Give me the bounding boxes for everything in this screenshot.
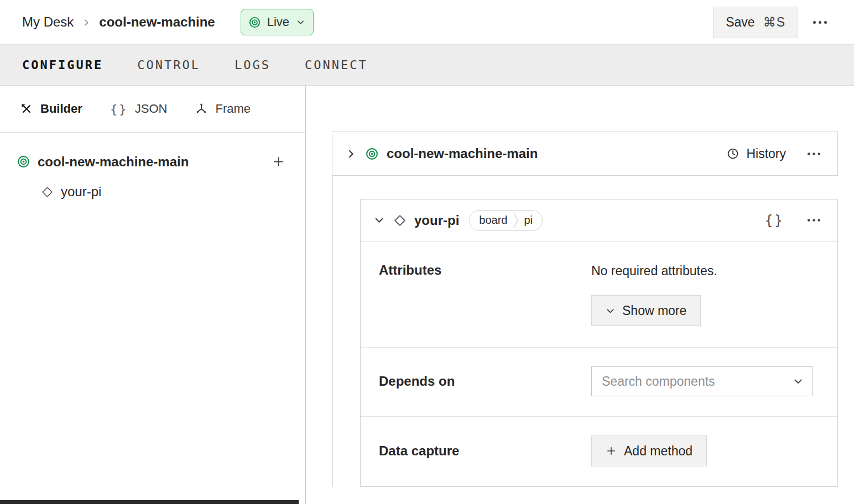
live-badge-label: Live [267,15,289,29]
component-diamond-icon [41,186,54,198]
builder-tools-icon [20,102,33,116]
badge-type-label: board [470,214,513,227]
collapse-component-button[interactable] [372,213,387,228]
badge-divider-icon [513,210,519,231]
breadcrumb: My Desk cool-new-machine [22,14,215,30]
ellipsis-icon [807,218,821,222]
tree-item-machine-part[interactable]: cool-new-machine-main [0,151,305,172]
history-label: History [746,146,786,161]
component-card-actions: {} [761,212,823,229]
plus-icon [272,155,285,169]
horizontal-scrollbar[interactable] [0,500,299,504]
chevron-down-icon [606,306,615,316]
component-menu-button[interactable] [805,216,823,224]
tab-bar: CONFIGURE CONTROL LOGS CONNECT [0,44,854,86]
machine-card-actions: History [723,146,823,162]
component-card-header: your-pi board pi {} [361,200,837,242]
ellipsis-icon [813,20,827,24]
depends-on-content [591,366,823,396]
tree-connector: your-pi board pi {} [332,176,838,487]
plus-icon [606,445,617,456]
machine-part-card: cool-new-machine-main History [332,132,838,176]
breadcrumb-separator-icon [82,18,91,27]
chevron-down-icon [374,215,384,225]
depends-on-label: Depends on [379,374,591,389]
frame-axes-icon [195,102,208,116]
section-data-capture: Data capture Add method [361,417,837,486]
mode-builder-label: Builder [40,102,82,116]
depends-on-select[interactable] [591,366,813,396]
mode-frame[interactable]: Frame [195,102,251,116]
live-broadcast-icon [248,16,261,29]
data-capture-label: Data capture [379,443,591,459]
attributes-label: Attributes [379,262,591,278]
component-card-title: your-pi [414,213,459,228]
breadcrumb-machine-name: cool-new-machine [99,14,215,30]
machine-card-menu-button[interactable] [805,150,823,158]
machine-part-icon [365,147,379,161]
tab-logs[interactable]: LOGS [235,58,270,72]
mode-builder[interactable]: Builder [20,102,82,116]
save-button-label: Save [726,15,754,30]
tree-your-pi-label: your-pi [61,184,101,200]
live-status-badge[interactable]: Live [241,9,314,35]
config-canvas: cool-new-machine-main History [306,86,854,487]
app-window: My Desk cool-new-machine Live [0,0,854,86]
json-braces-icon: {} [110,102,128,116]
add-method-label: Add method [624,444,692,459]
tab-control[interactable]: CONTROL [137,58,200,72]
add-method-button[interactable]: Add method [591,435,707,466]
component-json-button[interactable]: {} [761,212,787,229]
add-component-button[interactable] [270,154,287,170]
sidebar-mode-bar: Builder {} JSON Frame [0,86,305,133]
data-capture-content: Add method [591,435,823,466]
history-clock-icon [726,147,740,160]
machine-part-icon [17,155,30,169]
component-card-your-pi: your-pi board pi {} [360,199,838,487]
machine-card-title: cool-new-machine-main [387,146,538,161]
chevron-right-icon [346,149,356,159]
header-right-group: Save ⌘S [713,7,834,38]
badge-model-label: pi [519,214,542,227]
mode-frame-label: Frame [215,102,251,116]
main-content: cool-new-machine-main History [306,86,854,504]
attributes-empty-text: No required attributes. [591,264,823,279]
header-overflow-menu-button[interactable] [806,15,834,30]
show-more-label: Show more [622,303,686,318]
tab-configure[interactable]: CONFIGURE [22,58,103,72]
mode-json[interactable]: {} JSON [110,102,168,116]
breadcrumb-my-desk[interactable]: My Desk [22,14,74,30]
top-header: My Desk cool-new-machine Live [0,0,854,44]
section-attributes: Attributes No required attributes. Show … [361,242,837,348]
tree-item-your-pi[interactable]: your-pi [0,182,305,202]
history-button[interactable]: History [723,146,789,162]
save-shortcut: ⌘S [763,15,785,30]
header-left-group: My Desk cool-new-machine Live [22,9,314,35]
mode-json-label: JSON [135,102,168,116]
chevron-down-icon [296,18,305,27]
expand-machine-card-button[interactable] [343,146,358,161]
search-components-input[interactable] [602,374,793,389]
component-diamond-icon [393,214,407,227]
tab-connect[interactable]: CONNECT [305,58,368,72]
ellipsis-icon [807,152,821,156]
save-button[interactable]: Save ⌘S [713,7,798,38]
tree-machine-label: cool-new-machine-main [38,154,189,170]
component-type-badge: board pi [469,210,543,231]
attributes-content: No required attributes. Show more [591,262,823,326]
sidebar: Builder {} JSON Frame [0,86,306,504]
section-depends-on: Depends on [361,348,837,417]
chevron-down-icon [793,376,803,386]
machine-tree: cool-new-machine-main your-pi [0,133,305,202]
show-more-button[interactable]: Show more [591,295,701,326]
